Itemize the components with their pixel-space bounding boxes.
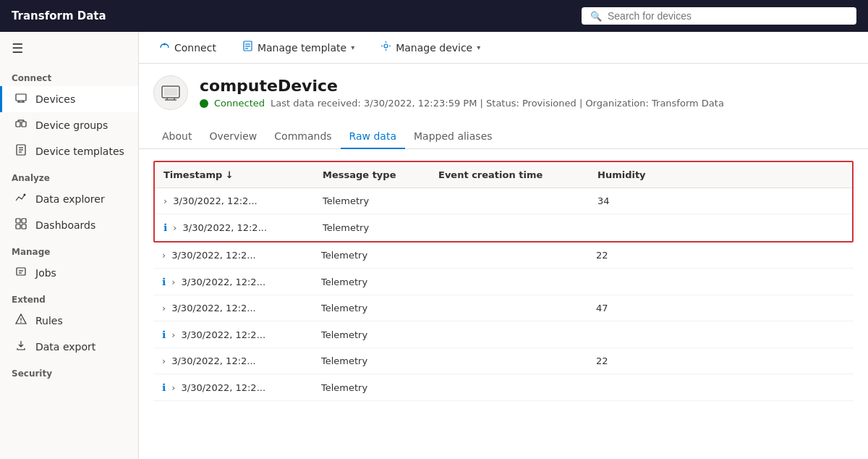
- status-connected: Connected: [214, 98, 265, 109]
- info-icon[interactable]: ℹ: [162, 329, 166, 340]
- table-area: Timestamp ↓ Message type Event creation …: [139, 149, 868, 459]
- manage-template-chevron: ▾: [351, 43, 354, 51]
- table-row: ℹ › 3/30/2022, 12:2... Telemetry: [153, 374, 854, 401]
- col-event-creation-time: Event creation time: [430, 162, 589, 188]
- device-templates-label: Device templates: [35, 146, 124, 157]
- svg-rect-15: [22, 219, 26, 223]
- table-row: › 3/30/2022, 12:2... Telemetry 47: [153, 295, 854, 321]
- tab-raw-data[interactable]: Raw data: [341, 125, 405, 149]
- sidebar-item-device-templates[interactable]: Device templates: [0, 138, 138, 164]
- search-box[interactable]: 🔍: [582, 7, 856, 25]
- tabs: About Overview Commands Raw data Mapped …: [139, 125, 868, 149]
- manage-device-button[interactable]: Manage device ▾: [375, 38, 486, 57]
- data-export-label: Data export: [35, 341, 95, 353]
- tab-about[interactable]: About: [153, 125, 200, 149]
- rules-icon: [14, 313, 28, 328]
- col-timestamp: Timestamp ↓: [155, 162, 314, 188]
- sidebar-item-data-explorer[interactable]: Data explorer: [0, 186, 138, 212]
- svg-rect-0: [16, 94, 26, 101]
- svg-point-29: [384, 44, 388, 48]
- row-expand-icon[interactable]: ›: [162, 355, 166, 366]
- row-expand-icon[interactable]: ›: [173, 222, 176, 233]
- humidity-value: [587, 269, 854, 295]
- timestamp-value: 3/30/2022, 12:2...: [171, 355, 256, 366]
- humidity-value: [587, 321, 854, 348]
- row-expand-icon[interactable]: ›: [163, 195, 167, 206]
- timestamp-value: 3/30/2022, 12:2...: [173, 195, 258, 206]
- message-type-value: Telemetry: [312, 295, 428, 321]
- status-indicator: [200, 99, 208, 108]
- sidebar-item-jobs[interactable]: Jobs: [0, 260, 138, 286]
- tab-mapped-aliases[interactable]: Mapped aliases: [405, 125, 501, 149]
- timestamp-value: 3/30/2022, 12:2...: [183, 222, 268, 233]
- topbar: Transform Data 🔍: [0, 0, 868, 32]
- event-creation-value: [430, 214, 589, 241]
- tab-overview[interactable]: Overview: [200, 125, 265, 149]
- data-explorer-icon: [14, 192, 28, 206]
- highlighted-data-table: Timestamp ↓ Message type Event creation …: [155, 162, 852, 241]
- sidebar-item-dashboards[interactable]: Dashboards: [0, 212, 138, 238]
- message-type-value: Telemetry: [314, 214, 430, 241]
- table-row: › 3/30/2022, 12:2... Telemetry 22: [153, 348, 854, 374]
- event-creation-value: [430, 188, 589, 214]
- svg-point-23: [20, 321, 22, 323]
- svg-rect-16: [16, 224, 20, 229]
- row-expand-icon[interactable]: ›: [171, 329, 175, 340]
- manage-device-chevron: ▾: [477, 43, 480, 51]
- row-expand-icon[interactable]: ›: [171, 382, 175, 393]
- manage-template-button[interactable]: Manage template ▾: [237, 38, 360, 57]
- table-row: ℹ › 3/30/2022, 12:2... Telemetry: [153, 321, 854, 348]
- sidebar: ☰ Connect Devices Device groups Device t…: [0, 32, 139, 459]
- manage-device-label: Manage device: [396, 42, 472, 54]
- toolbar: Connect Manage template ▾ Manage device …: [139, 32, 868, 64]
- col-message-type: Message type: [314, 162, 430, 188]
- event-creation-value: [428, 243, 587, 269]
- dashboards-label: Dashboards: [35, 219, 95, 231]
- device-header: computeDevice Connected Last data receiv…: [139, 64, 868, 116]
- sidebar-item-device-groups[interactable]: Device groups: [0, 112, 138, 138]
- humidity-value: 34: [589, 188, 852, 214]
- event-creation-value: [428, 321, 587, 348]
- sidebar-item-rules[interactable]: Rules: [0, 308, 138, 334]
- svg-rect-4: [16, 122, 20, 127]
- hamburger-menu[interactable]: ☰: [0, 32, 138, 64]
- tab-commands[interactable]: Commands: [265, 125, 340, 149]
- event-creation-value: [428, 295, 587, 321]
- message-type-value: Telemetry: [312, 374, 428, 401]
- table-row: › 3/30/2022, 12:2... Telemetry 22: [153, 243, 854, 269]
- timestamp-value: 3/30/2022, 12:2...: [171, 250, 256, 261]
- normal-data-table-wrapper: › 3/30/2022, 12:2... Telemetry 22: [153, 243, 854, 401]
- info-icon[interactable]: ℹ: [162, 276, 166, 287]
- col-humidity: Humidity: [589, 162, 852, 188]
- table-row: ℹ › 3/30/2022, 12:2... Telemetry: [155, 214, 852, 241]
- device-groups-icon: [14, 118, 28, 132]
- humidity-value: [587, 374, 854, 401]
- rules-label: Rules: [35, 315, 63, 327]
- section-security: Security: [0, 360, 138, 382]
- search-input[interactable]: [608, 10, 848, 22]
- sidebar-item-devices[interactable]: Devices: [0, 86, 138, 112]
- event-creation-value: [428, 269, 587, 295]
- data-explorer-label: Data explorer: [35, 193, 105, 205]
- info-icon[interactable]: ℹ: [163, 222, 167, 233]
- row-expand-icon[interactable]: ›: [162, 303, 166, 313]
- svg-rect-18: [17, 268, 25, 275]
- sidebar-item-data-export[interactable]: Data export: [0, 334, 138, 360]
- humidity-value: [589, 214, 852, 241]
- table-row: › 3/30/2022, 12:2... Telemetry 34: [155, 188, 852, 214]
- row-expand-icon[interactable]: ›: [171, 277, 175, 287]
- row-expand-icon[interactable]: ›: [162, 250, 166, 261]
- message-type-value: Telemetry: [312, 243, 428, 269]
- data-export-icon: [14, 340, 28, 354]
- connect-label: Connect: [174, 42, 216, 54]
- timestamp-value: 3/30/2022, 12:2...: [182, 277, 266, 287]
- info-icon[interactable]: ℹ: [162, 382, 166, 393]
- search-icon: 🔍: [590, 11, 602, 22]
- device-meta-text: Last data received: 3/30/2022, 12:23:59 …: [271, 98, 724, 109]
- section-extend: Extend: [0, 286, 138, 308]
- devices-icon: [14, 92, 28, 106]
- device-templates-icon: [14, 144, 28, 159]
- svg-rect-14: [16, 219, 20, 223]
- device-groups-label: Device groups: [35, 119, 108, 131]
- connect-button[interactable]: Connect: [153, 38, 222, 57]
